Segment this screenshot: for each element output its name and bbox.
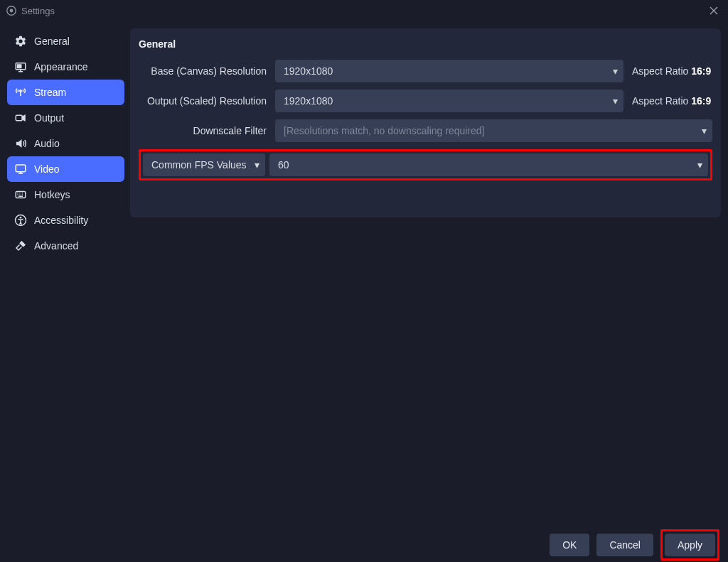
settings-sidebar: General Appearance Stream Output Audio V… (0, 21, 130, 527)
apply-button[interactable]: Apply (665, 534, 715, 556)
sidebar-item-label: Video (34, 163, 60, 175)
svg-point-1 (10, 9, 14, 13)
sidebar-item-accessibility[interactable]: Accessibility (7, 207, 124, 233)
monitor-icon (14, 163, 27, 175)
sidebar-item-label: General (34, 36, 70, 47)
antenna-icon (14, 86, 27, 99)
chevron-down-icon: ▾ (255, 159, 259, 171)
window-close-button[interactable] (705, 2, 722, 19)
chevron-down-icon: ▾ (613, 65, 618, 77)
accessibility-icon (14, 214, 27, 227)
sidebar-item-advanced[interactable]: Advanced (7, 233, 124, 259)
output-resolution-value: 1920x1080 (284, 95, 333, 107)
tools-icon (14, 239, 27, 252)
section-title: General (139, 38, 712, 50)
downscale-filter-label: Downscale Filter (139, 125, 267, 136)
sidebar-item-appearance[interactable]: Appearance (7, 54, 124, 80)
sidebar-item-output[interactable]: Output (7, 105, 124, 131)
dialog-footer: OK Cancel Apply (0, 527, 728, 562)
settings-content: General Base (Canvas) Resolution 1920x10… (130, 21, 728, 527)
chevron-down-icon: ▾ (613, 95, 618, 107)
keyboard-icon (14, 188, 27, 201)
fps-row-highlight: Common FPS Values ▾ 60 ▾ (139, 149, 712, 180)
camcorder-icon (14, 112, 27, 124)
fps-type-label: Common FPS Values (151, 159, 247, 171)
sidebar-item-general[interactable]: General (7, 28, 124, 54)
base-aspect-ratio: Aspect Ratio 16:9 (632, 65, 712, 77)
downscale-filter-value: [Resolutions match, no downscaling requi… (284, 125, 485, 136)
fps-type-select[interactable]: Common FPS Values ▾ (143, 153, 265, 176)
base-resolution-select[interactable]: 1920x1080 ▾ (275, 60, 623, 82)
output-resolution-select[interactable]: 1920x1080 ▾ (275, 90, 623, 112)
chevron-down-icon: ▾ (697, 159, 702, 171)
fps-value: 60 (278, 159, 289, 171)
svg-rect-5 (16, 115, 22, 121)
sidebar-item-label: Audio (34, 138, 60, 149)
sidebar-item-stream[interactable]: Stream (7, 80, 124, 105)
sidebar-item-label: Appearance (34, 61, 88, 72)
sidebar-item-video[interactable]: Video (7, 156, 124, 182)
sidebar-item-label: Advanced (34, 240, 78, 252)
svg-rect-6 (16, 165, 26, 172)
window-title: Settings (21, 6, 55, 16)
sidebar-item-label: Accessibility (34, 215, 88, 226)
svg-point-9 (20, 217, 22, 219)
sidebar-item-audio[interactable]: Audio (7, 131, 124, 156)
output-resolution-label: Output (Scaled) Resolution (139, 95, 267, 107)
sidebar-item-label: Stream (34, 87, 66, 98)
gear-icon (14, 35, 27, 48)
downscale-filter-select[interactable]: [Resolutions match, no downscaling requi… (275, 119, 712, 142)
sidebar-item-hotkeys[interactable]: Hotkeys (7, 182, 124, 207)
ok-button[interactable]: OK (550, 534, 589, 556)
speaker-icon (14, 137, 27, 150)
app-logo-icon (6, 5, 17, 16)
output-aspect-ratio: Aspect Ratio 16:9 (632, 95, 712, 107)
base-resolution-value: 1920x1080 (284, 65, 333, 77)
apply-highlight: Apply (660, 529, 719, 561)
svg-rect-3 (18, 65, 21, 68)
window-titlebar: Settings (0, 0, 728, 21)
sidebar-item-label: Hotkeys (34, 189, 70, 200)
base-resolution-label: Base (Canvas) Resolution (139, 65, 267, 77)
display-icon (14, 60, 27, 73)
chevron-down-icon: ▾ (702, 125, 707, 136)
fps-value-select[interactable]: 60 ▾ (269, 153, 708, 176)
sidebar-item-label: Output (34, 112, 64, 124)
cancel-button[interactable]: Cancel (596, 534, 653, 556)
